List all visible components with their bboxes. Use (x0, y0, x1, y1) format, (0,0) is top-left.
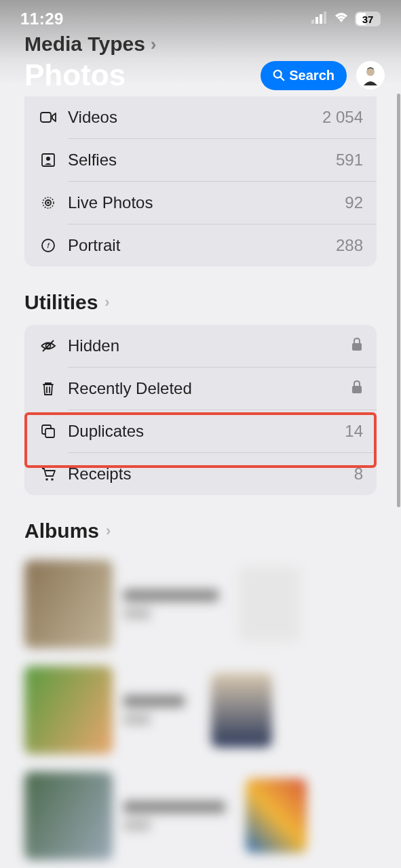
portrait-label: Portrait (68, 236, 336, 255)
svg-rect-3 (324, 12, 326, 24)
svg-rect-7 (41, 113, 51, 122)
search-button[interactable]: Search (261, 61, 347, 90)
search-button-label: Search (289, 68, 335, 83)
status-time: 11:29 (20, 9, 64, 28)
utilities-title: Utilities (24, 291, 98, 314)
live-photos-row[interactable]: Live Photos 92 (24, 182, 377, 224)
selfies-icon (38, 152, 58, 168)
videos-count: 2 054 (322, 108, 363, 127)
portrait-row[interactable]: f Portrait 288 (24, 224, 377, 267)
videos-row[interactable]: Videos 2 054 (24, 96, 377, 138)
hidden-row[interactable]: Hidden (24, 325, 377, 367)
albums-grid (0, 553, 401, 868)
duplicates-count: 14 (345, 422, 363, 441)
receipts-count: 8 (354, 465, 363, 484)
duplicates-row[interactable]: Duplicates 14 (24, 410, 377, 452)
album-item[interactable] (239, 560, 377, 648)
album-item[interactable] (211, 666, 377, 754)
hidden-label: Hidden (68, 336, 351, 355)
receipts-label: Receipts (68, 465, 354, 484)
duplicates-label: Duplicates (68, 422, 345, 441)
utilities-card: Hidden Recently Deleted Duplicates 14 Re… (24, 325, 377, 495)
search-icon (273, 69, 285, 81)
lock-icon (351, 338, 363, 354)
battery-level-text: 37 (362, 14, 374, 25)
trash-icon (38, 380, 58, 397)
selfies-count: 591 (336, 151, 363, 170)
svg-rect-2 (320, 14, 322, 24)
status-bar: 11:29 37 (0, 0, 401, 33)
portrait-count: 288 (336, 236, 363, 255)
battery-icon: 37 (355, 12, 381, 26)
status-right: 37 (311, 12, 381, 26)
svg-point-9 (46, 157, 50, 161)
svg-rect-18 (352, 386, 362, 393)
header-row: Photos Search (0, 56, 401, 100)
media-types-label: Media Types (24, 33, 145, 56)
chevron-right-icon: › (106, 522, 111, 540)
svg-rect-17 (352, 343, 362, 351)
svg-point-22 (51, 478, 54, 481)
live-photos-label: Live Photos (68, 193, 345, 212)
album-item[interactable] (24, 772, 225, 860)
eye-slash-icon (38, 338, 58, 354)
chevron-right-icon: › (104, 294, 109, 311)
cart-icon (38, 466, 58, 482)
videos-label: Videos (68, 108, 322, 127)
selfies-row[interactable]: Selfies 591 (24, 139, 377, 181)
svg-line-5 (281, 77, 284, 81)
profile-avatar[interactable] (356, 61, 385, 90)
albums-header[interactable]: Albums › (0, 495, 401, 553)
svg-rect-1 (316, 17, 318, 24)
avatar-image (360, 65, 381, 85)
video-icon (38, 109, 58, 125)
album-item[interactable] (24, 560, 218, 648)
utilities-header[interactable]: Utilities › (0, 267, 401, 325)
album-item[interactable] (24, 666, 191, 754)
cellular-signal-icon (311, 12, 328, 26)
scroll-indicator[interactable] (397, 94, 400, 507)
live-photos-icon (38, 195, 58, 211)
svg-point-12 (47, 201, 50, 204)
albums-title: Albums (24, 519, 99, 542)
svg-rect-0 (311, 20, 314, 24)
recently-deleted-row[interactable]: Recently Deleted (24, 368, 377, 410)
duplicates-icon (38, 423, 58, 439)
recently-deleted-label: Recently Deleted (68, 379, 351, 398)
lock-icon (351, 380, 363, 397)
receipts-row[interactable]: Receipts 8 (24, 453, 377, 495)
album-item[interactable] (246, 772, 377, 860)
live-photos-count: 92 (345, 193, 363, 212)
media-types-card: Videos 2 054 Selfies 591 Live Photos 92 … (24, 96, 377, 267)
wifi-icon (333, 12, 349, 26)
svg-rect-20 (45, 429, 54, 437)
chevron-right-icon: › (151, 34, 157, 55)
media-types-header[interactable]: Media Types › (0, 33, 401, 56)
svg-line-16 (43, 340, 54, 351)
portrait-icon: f (38, 237, 58, 254)
svg-text:f: f (47, 241, 50, 250)
selfies-label: Selfies (68, 151, 336, 170)
page-title: Photos (24, 58, 261, 92)
svg-point-21 (45, 478, 48, 481)
